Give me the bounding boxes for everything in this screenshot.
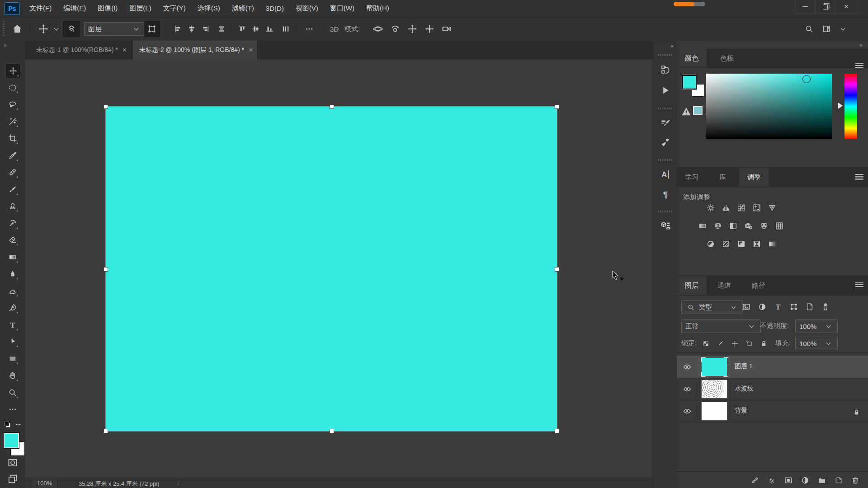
status-chevron-icon[interactable]: 〉	[177, 479, 183, 488]
new-adjustment-icon[interactable]	[800, 475, 811, 486]
transform-handle[interactable]	[330, 104, 334, 109]
fill-field[interactable]: 100%	[795, 337, 838, 350]
adjustment-photo-filter-icon[interactable]	[743, 220, 755, 232]
lock-all-icon[interactable]	[758, 338, 769, 349]
distribute-v-icon[interactable]	[280, 23, 291, 34]
menu-item-6[interactable]: 滤镜(T)	[226, 0, 260, 17]
tab-swatches[interactable]: 色板	[712, 49, 742, 68]
zoom-level-field[interactable]: 100%	[32, 478, 58, 488]
align-left-icon[interactable]	[173, 23, 184, 34]
tool-brush[interactable]	[6, 183, 19, 196]
tool-smudge[interactable]	[6, 285, 19, 297]
layer-thumbnail[interactable]	[701, 402, 727, 421]
blend-mode-dropdown[interactable]: 正常	[681, 319, 761, 333]
document-tab-2[interactable]: 未标题-2 @ 100% (图层 1, RGB/8#) * ×	[133, 41, 258, 59]
panel-menu-icon[interactable]	[855, 174, 863, 180]
tool-elliptical-marquee[interactable]	[6, 81, 19, 94]
layer-row-2[interactable]: 水波纹	[677, 378, 868, 400]
panel-grip[interactable]	[658, 108, 672, 109]
new-group-icon[interactable]	[816, 475, 827, 486]
tool-history-brush[interactable]	[6, 217, 19, 230]
adjustment-posterize-icon[interactable]	[720, 238, 732, 250]
minimize-button[interactable]	[795, 0, 816, 14]
filter-toggle-icon[interactable]	[820, 301, 831, 312]
opacity-field[interactable]: 100%	[795, 319, 838, 333]
delete-layer-icon[interactable]	[850, 475, 861, 486]
tool-move[interactable]	[6, 64, 20, 78]
add-mask-icon[interactable]	[783, 475, 794, 486]
transform-handle[interactable]	[104, 429, 108, 433]
align-center-h-icon[interactable]	[186, 23, 197, 34]
saturation-brightness-field[interactable]	[706, 74, 832, 139]
more-options-icon[interactable]	[304, 23, 315, 34]
close-tab-icon[interactable]: ×	[249, 46, 253, 54]
tool-spot-healing[interactable]	[6, 166, 19, 178]
tool-type[interactable]: T	[6, 319, 19, 331]
smart-object-filter-icon[interactable]	[804, 301, 815, 312]
restore-button[interactable]	[815, 0, 835, 14]
layer-row-1[interactable]: 图层 1	[677, 356, 868, 378]
pixel-layer-filter-icon[interactable]	[741, 301, 752, 312]
tab-libraries[interactable]: 库	[711, 168, 734, 187]
menu-item-7[interactable]: 3D(D)	[260, 0, 290, 17]
paragraph-panel-icon[interactable]: ¶	[659, 188, 672, 201]
chevron-down-icon[interactable]	[51, 23, 61, 34]
tab-learn[interactable]: 学习	[677, 168, 707, 187]
lock-position-icon[interactable]	[729, 338, 740, 349]
strip-collapse-icon[interactable]: «	[670, 42, 674, 49]
gamut-swatch[interactable]	[693, 106, 703, 115]
adjustment-black-white-icon[interactable]	[727, 220, 739, 232]
history-panel-icon[interactable]	[659, 63, 672, 76]
character-panel-icon[interactable]: A	[659, 168, 672, 181]
panel-grip[interactable]	[658, 159, 672, 161]
options-grip[interactable]	[3, 21, 5, 37]
adjustment-levels-icon[interactable]	[720, 202, 732, 214]
tool-pen[interactable]	[6, 301, 19, 314]
tool-rectangle[interactable]	[6, 352, 19, 365]
align-top-icon[interactable]	[237, 23, 248, 34]
adjustment-vibrance-icon[interactable]	[766, 202, 778, 214]
home-icon[interactable]	[12, 23, 23, 34]
adjustment-channel-mixer-icon[interactable]	[758, 220, 770, 232]
hue-strip[interactable]	[844, 74, 857, 139]
tool-edit-toolbar[interactable]	[6, 403, 19, 416]
tool-hand[interactable]	[6, 369, 19, 382]
transform-handle[interactable]	[330, 429, 334, 433]
panel-menu-icon[interactable]	[855, 282, 863, 288]
tool-blur[interactable]	[6, 267, 19, 280]
adjustment-layer-filter-icon[interactable]	[757, 301, 768, 312]
tab-layers[interactable]: 图层	[677, 276, 707, 295]
transform-controls-icon[interactable]	[144, 21, 160, 37]
adjustment-exposure-icon[interactable]	[751, 202, 763, 214]
tab-adjustments[interactable]: 调整	[739, 168, 769, 187]
visibility-eye-icon[interactable]	[681, 405, 697, 417]
align-middle-icon[interactable]	[250, 23, 261, 34]
tool-clone-stamp[interactable]	[6, 200, 19, 212]
brush-settings-panel-icon[interactable]	[659, 117, 672, 129]
properties-3d-panel-icon[interactable]	[659, 220, 672, 232]
menu-item-9[interactable]: 窗口(W)	[324, 0, 360, 17]
tool-gradient[interactable]	[6, 251, 19, 263]
canvas-area[interactable]	[25, 59, 653, 478]
hue-slider-arrow[interactable]	[838, 103, 843, 109]
workspace-icon[interactable]	[821, 23, 832, 34]
panel-grip[interactable]	[658, 211, 672, 212]
adjustment-color-balance-icon[interactable]	[712, 220, 724, 232]
shape-layer-filter-icon[interactable]	[788, 301, 799, 312]
distribute-icon[interactable]	[216, 23, 227, 34]
transform-handle[interactable]	[555, 429, 559, 433]
adjustment-curves-icon[interactable]	[736, 202, 747, 214]
visibility-eye-icon[interactable]	[681, 361, 697, 373]
menu-item-4[interactable]: 文字(Y)	[157, 0, 192, 17]
adjustment-threshold-icon[interactable]	[736, 238, 747, 250]
camera-3d-icon[interactable]	[441, 23, 452, 34]
menu-item-1[interactable]: 编辑(E)	[57, 0, 92, 17]
actions-panel-icon[interactable]	[659, 84, 672, 97]
color-field-picker[interactable]	[802, 75, 811, 83]
brushes-panel-icon[interactable]	[659, 136, 672, 149]
menu-item-5[interactable]: 选择(S)	[192, 0, 226, 17]
visibility-eye-icon[interactable]	[681, 383, 697, 395]
tool-magic-wand[interactable]	[6, 115, 19, 128]
tab-channels[interactable]: 通道	[709, 276, 739, 295]
transform-handle[interactable]	[104, 104, 108, 109]
